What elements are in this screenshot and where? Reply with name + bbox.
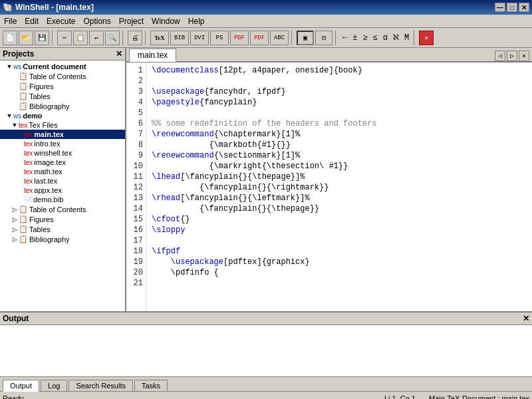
tex-icon7: tex: [24, 187, 33, 194]
tree-item-tex-files[interactable]: ▼ tex Tex Files: [0, 120, 125, 130]
tex-button[interactable]: TeX: [150, 31, 169, 45]
dvi-button[interactable]: DVI: [190, 31, 209, 45]
status-ready: Ready: [3, 394, 384, 400]
tab-search-results[interactable]: Search Results: [68, 380, 133, 391]
tab-tasks[interactable]: Tasks: [134, 380, 168, 391]
projects-title: Projects: [3, 49, 34, 59]
expand-icon: [16, 159, 24, 166]
minimize-button[interactable]: —: [495, 3, 505, 12]
tree-label: intro.tex: [34, 140, 60, 148]
menu-bar: File Edit Execute Options Project Window…: [0, 15, 532, 28]
tab-bar: main.tex ◁ ▷ ✕: [126, 48, 532, 63]
copy-button[interactable]: 📋: [73, 31, 88, 45]
close-window-button[interactable]: ✕: [519, 3, 529, 12]
window-title: WinShell - [main.tex]: [15, 3, 94, 12]
expand-icon: [11, 103, 19, 110]
expand-icon: ▷: [11, 236, 19, 243]
tree-item-tables1[interactable]: 📋 Tables: [0, 91, 125, 101]
new-file-button[interactable]: 📄: [3, 31, 17, 45]
pdf2-button[interactable]: PDF: [250, 31, 269, 45]
ps-button[interactable]: PS: [210, 31, 229, 45]
tree-item-figures2[interactable]: ▷ 📋 Figures: [0, 214, 125, 224]
tree-item-bib1[interactable]: 📋 Bibliography: [0, 101, 125, 111]
output-content: [0, 325, 532, 376]
status-bar: Ready Li 1, Co 1 Main-TeX-Document : mai…: [0, 391, 532, 399]
toc-icon2: 📋: [19, 205, 28, 213]
tree-item-tables2[interactable]: ▷ 📋 Tables: [0, 224, 125, 234]
view-normal-button[interactable]: ▣: [297, 31, 314, 45]
maximize-button[interactable]: □: [507, 3, 517, 12]
figures-icon: 📋: [19, 82, 28, 90]
title-bar-left: 🐚 WinShell - [main.tex]: [3, 3, 94, 12]
pdf1-button[interactable]: PDF: [230, 31, 249, 45]
sym-alpha[interactable]: α: [381, 33, 390, 43]
tree-item-math-tex[interactable]: tex math.tex: [0, 167, 125, 176]
sym-m[interactable]: M: [402, 33, 411, 43]
open-file-button[interactable]: 📂: [19, 31, 33, 45]
expand-icon: [16, 187, 24, 194]
output-title: Output: [3, 314, 29, 323]
tex-icon6: tex: [24, 178, 33, 185]
menu-file[interactable]: File: [0, 15, 21, 27]
tree-item-intro-tex[interactable]: tex intro.tex: [0, 139, 125, 148]
tree-label: appx.tex: [34, 186, 62, 194]
tree-label: main.tex: [34, 130, 64, 138]
tree-label: Table of Contents: [29, 205, 86, 213]
tab-log[interactable]: Log: [41, 380, 67, 391]
tab-output[interactable]: Output: [3, 380, 39, 392]
menu-edit[interactable]: Edit: [21, 15, 43, 27]
tree-item-figures1[interactable]: 📋 Figures: [0, 81, 125, 91]
code-editor[interactable]: 12345 678910 1112131415 1617181920 21 \d…: [126, 63, 532, 311]
sym-aleph[interactable]: ℵ: [391, 33, 401, 43]
close-doc-button[interactable]: ✕: [419, 31, 434, 45]
tab-main-tex[interactable]: main.tex: [129, 49, 176, 62]
tables-icon2: 📋: [19, 225, 28, 233]
tree-item-main-tex[interactable]: tex main.tex: [0, 130, 125, 139]
tex-icon4: tex: [24, 159, 33, 166]
view-split-button[interactable]: ⊟: [315, 31, 332, 45]
tab-prev-button[interactable]: ◁: [495, 51, 505, 61]
bottom-tabs: Output Log Search Results Tasks: [0, 376, 532, 391]
expand-icon: ▼: [5, 63, 13, 70]
tree-item-last-tex[interactable]: tex last.tex: [0, 176, 125, 186]
tree-item-appx-tex[interactable]: tex appx.tex: [0, 186, 125, 195]
tree-item-current-doc[interactable]: ▼ ws Current document: [0, 62, 125, 71]
tab-next-button[interactable]: ▷: [507, 51, 517, 61]
expand-icon: [11, 73, 19, 80]
tree-item-toc1[interactable]: 📋 Table of Contents: [0, 71, 125, 81]
save-button[interactable]: 💾: [35, 31, 49, 45]
expand-icon: [11, 83, 19, 90]
tab-close-button[interactable]: ✕: [519, 51, 529, 61]
code-content[interactable]: \documentclass[12pt, a4paper, oneside]{b…: [146, 63, 532, 311]
tree-label: demo: [23, 112, 42, 120]
tree-label: Bibliography: [29, 235, 70, 243]
tree-label: Table of Contents: [29, 72, 86, 80]
status-position: Li 1, Co 1: [384, 394, 416, 400]
tree-item-image-tex[interactable]: tex image.tex: [0, 158, 125, 167]
sym-geq[interactable]: ≥: [360, 33, 369, 43]
menu-project[interactable]: Project: [115, 15, 148, 27]
tree-item-winshell-tex[interactable]: tex winshell.tex: [0, 148, 125, 158]
menu-execute[interactable]: Execute: [43, 15, 79, 27]
menu-help[interactable]: Help: [184, 15, 209, 27]
print-button[interactable]: 🖨: [128, 31, 142, 45]
sym-leq[interactable]: ≤: [371, 33, 380, 43]
spell-button[interactable]: ABC: [270, 31, 289, 45]
menu-options[interactable]: Options: [79, 15, 114, 27]
tree-label: Tables: [29, 225, 51, 233]
sym-arrow[interactable]: ←: [340, 33, 349, 43]
output-close-button[interactable]: ✕: [523, 314, 529, 323]
tree-item-demo[interactable]: ▼ ws demo: [0, 111, 125, 120]
sym-pm[interactable]: ±: [350, 33, 359, 43]
cut-button[interactable]: ✂: [57, 31, 72, 45]
find-button[interactable]: 🔍: [105, 31, 120, 45]
tree-item-demo-bib[interactable]: 📄 demo.bib: [0, 195, 125, 204]
projects-close-button[interactable]: ✕: [116, 49, 122, 59]
menu-window[interactable]: Window: [148, 15, 184, 27]
undo-button[interactable]: ↩: [89, 31, 104, 45]
bib-button[interactable]: BIB: [170, 31, 189, 45]
tree-item-bib2[interactable]: ▷ 📋 Bibliography: [0, 234, 125, 244]
expand-icon: [16, 196, 24, 203]
tables-icon: 📋: [19, 92, 28, 100]
tree-item-toc2[interactable]: ▷ 📋 Table of Contents: [0, 204, 125, 214]
